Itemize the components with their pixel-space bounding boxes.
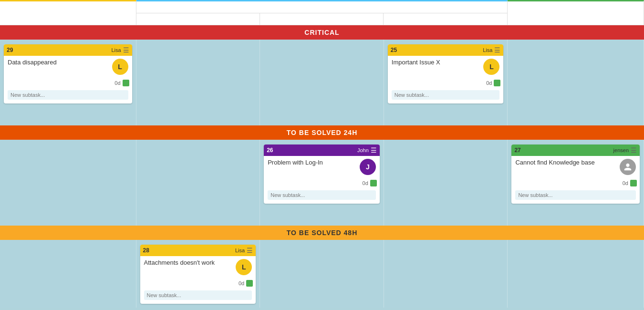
card-footer: 0d <box>4 78 132 88</box>
card-body: Attachments doesn't work L <box>140 256 256 278</box>
card-days: 0d <box>486 80 492 86</box>
section-title-48h: TO BE SOLVED 48H <box>0 226 644 240</box>
card-id: 28 <box>143 247 149 254</box>
cell-24h-issue_fixed: 27 jensen ☰ Cannot find Knowledge base 0… <box>508 140 644 226</box>
section-title-critical: CRITICAL <box>0 25 644 40</box>
card-menu-icon[interactable]: ☰ <box>371 146 377 154</box>
card-menu-icon[interactable]: ☰ <box>631 146 637 154</box>
card-id: 25 <box>391 47 397 53</box>
cell-critical-tracking_rnd <box>260 40 384 125</box>
section-24h: TO BE SOLVED 24H 26 John ☰ Problem with … <box>0 125 644 226</box>
subtask-input[interactable] <box>515 190 636 200</box>
subtask-input[interactable] <box>8 90 128 100</box>
subtask-input[interactable] <box>268 190 376 200</box>
card-id: 27 <box>514 147 520 154</box>
card-days: 0d <box>114 80 120 86</box>
cell-48h-waiting_customer <box>384 240 508 308</box>
card-menu-icon[interactable]: ☰ <box>123 46 129 54</box>
card-title: Cannot find Knowledge base <box>515 159 617 167</box>
cell-48h-tracking_rnd <box>260 240 384 308</box>
card-footer: 0d <box>140 278 256 289</box>
section-content-48h: 28 Lisa ☰ Attachments doesn't work L 0d <box>0 240 644 308</box>
card-menu-icon[interactable]: ☰ <box>247 247 253 254</box>
card-assignee: Lisa <box>111 47 121 53</box>
cell-critical-issue_fixed <box>508 40 644 125</box>
card-header: 26 John ☰ <box>264 145 380 156</box>
card-subtask[interactable] <box>140 289 256 304</box>
cell-48h-working_on: 28 Lisa ☰ Attachments doesn't work L 0d <box>136 240 260 308</box>
card-subtask[interactable] <box>511 188 640 204</box>
avatar <box>620 159 636 175</box>
section-title-24h: TO BE SOLVED 24H <box>0 125 644 140</box>
in-progress-title <box>136 1 508 13</box>
card-days: 0d <box>363 180 368 186</box>
subtask-input[interactable] <box>392 90 500 100</box>
cell-24h-waiting_customer <box>384 140 508 226</box>
section-48h: TO BE SOLVED 48H 28 Lisa ☰ Attachments d… <box>0 226 644 308</box>
avatar: L <box>483 59 499 75</box>
kanban-board: CRITICAL 29 Lisa ☰ Data disappeared L 0d <box>0 0 644 310</box>
card-menu-icon[interactable]: ☰ <box>494 46 500 54</box>
kanban-card: 29 Lisa ☰ Data disappeared L 0d <box>4 44 132 103</box>
card-footer: 0d <box>388 78 504 88</box>
status-dot <box>630 180 637 186</box>
card-footer: 0d <box>264 178 380 188</box>
sub-header-working-on <box>136 13 260 25</box>
card-subtask[interactable] <box>264 188 380 204</box>
card-footer: 0d <box>511 178 640 188</box>
card-body: Cannot find Knowledge base <box>511 156 640 178</box>
cell-critical-working_on <box>136 40 260 125</box>
col-header-issue-fixed <box>508 0 644 25</box>
card-header: 29 Lisa ☰ <box>4 44 132 56</box>
card-body: Data disappeared L <box>4 56 132 78</box>
card-title: Attachments doesn't work <box>144 259 233 267</box>
col-header-in-progress <box>136 0 508 25</box>
status-dot <box>246 280 253 287</box>
card-days: 0d <box>239 280 244 286</box>
avatar: L <box>236 259 252 275</box>
card-assignee: John <box>357 147 369 153</box>
status-dot <box>123 80 129 86</box>
card-title: Problem with Log-In <box>268 159 357 167</box>
board-body: CRITICAL 29 Lisa ☰ Data disappeared L 0d <box>0 25 644 308</box>
cell-24h-working_on <box>136 140 260 226</box>
kanban-card: 25 Lisa ☰ Important Issue X L 0d <box>388 44 504 103</box>
kanban-card: 26 John ☰ Problem with Log-In J 0d <box>264 145 380 204</box>
card-id: 29 <box>7 47 13 53</box>
board-header <box>0 0 644 25</box>
card-header: 27 jensen ☰ <box>511 145 640 156</box>
kanban-card: 28 Lisa ☰ Attachments doesn't work L 0d <box>140 245 256 304</box>
card-header: 28 Lisa ☰ <box>140 245 256 256</box>
card-title: Data disappeared <box>8 59 109 67</box>
card-assignee: jensen <box>613 147 629 153</box>
status-dot <box>494 80 500 86</box>
card-days: 0d <box>623 180 628 186</box>
card-title: Important Issue X <box>392 59 481 67</box>
cell-critical-waiting_customer: 25 Lisa ☰ Important Issue X L 0d <box>384 40 508 125</box>
card-assignee: Lisa <box>235 248 245 253</box>
card-body: Problem with Log-In J <box>264 156 380 178</box>
section-content-critical: 29 Lisa ☰ Data disappeared L 0d 25 <box>0 40 644 125</box>
card-subtask[interactable] <box>388 88 504 103</box>
sub-header-tracking-rnd <box>260 13 384 25</box>
card-id: 26 <box>267 147 273 154</box>
avatar: J <box>360 159 376 175</box>
cell-48h-requested <box>0 240 136 308</box>
section-content-24h: 26 John ☰ Problem with Log-In J 0d 27 <box>0 140 644 226</box>
card-assignee: Lisa <box>483 47 492 53</box>
card-subtask[interactable] <box>4 88 132 103</box>
sub-header-waiting-customer <box>384 13 507 25</box>
card-header: 25 Lisa ☰ <box>388 44 504 56</box>
section-critical: CRITICAL 29 Lisa ☰ Data disappeared L 0d <box>0 25 644 125</box>
avatar: L <box>112 59 128 75</box>
in-progress-sub-headers <box>136 13 508 25</box>
cell-24h-requested <box>0 140 136 226</box>
status-dot <box>370 180 377 186</box>
subtask-input[interactable] <box>144 290 252 300</box>
kanban-card: 27 jensen ☰ Cannot find Knowledge base 0… <box>511 145 640 204</box>
col-header-requested <box>0 0 136 25</box>
cell-24h-tracking_rnd: 26 John ☰ Problem with Log-In J 0d <box>260 140 384 226</box>
card-body: Important Issue X L <box>388 56 504 78</box>
cell-48h-issue_fixed <box>508 240 644 308</box>
cell-critical-requested: 29 Lisa ☰ Data disappeared L 0d <box>0 40 136 125</box>
